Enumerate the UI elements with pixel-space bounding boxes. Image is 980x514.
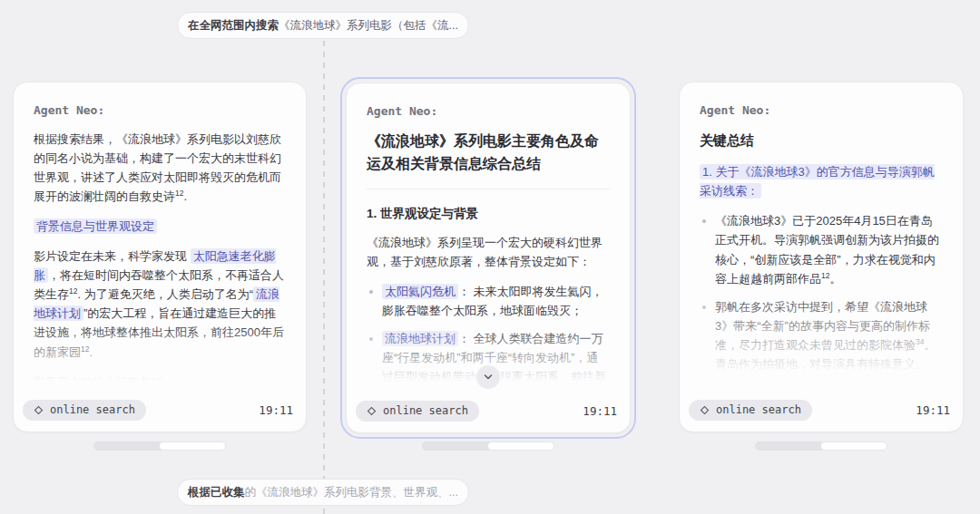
scroll-thumb[interactable] (159, 441, 226, 451)
agent-name-label: Agent Neo: (700, 101, 943, 120)
flow-connector-line (323, 41, 325, 514)
task-node-search-lead: 在全网范围内搜索 (188, 18, 279, 34)
online-search-badge[interactable]: online search (356, 401, 479, 422)
highlight-tag: 背景信息与世界观设定 (34, 217, 286, 236)
scroll-down-button[interactable] (476, 365, 500, 389)
paragraph: 《流浪地球》系列呈现一个宏大的硬科幻世界观，基于刘慈欣原著，整体背景设定如下： (367, 233, 610, 271)
diamond-icon (34, 405, 44, 415)
agent-name-label: Agent Neo: (34, 101, 286, 120)
bullet-dot (369, 337, 373, 341)
highlight-tag: 1. 关于《流浪地球3》的官方信息与导演郭帆采访线索： (700, 162, 943, 200)
card-scroll-indicator[interactable] (755, 441, 887, 451)
bullet-dot (369, 290, 373, 294)
bullet-dot (702, 305, 706, 309)
list-item: 太阳氦闪危机： 未来太阳即将发生氦闪，膨胀吞噬整个太阳系，地球面临毁灭； (367, 282, 610, 320)
timestamp: 19:11 (259, 403, 293, 417)
online-search-badge[interactable]: online search (23, 400, 146, 421)
chevron-down-icon (483, 372, 494, 383)
timestamp: 19:11 (583, 404, 617, 418)
task-node-search[interactable]: 在全网范围内搜索《流浪地球》系列电影（包括《流... (177, 12, 469, 39)
bullet-dot (702, 219, 706, 223)
agent-card-2-content: Agent Neo: 《流浪地球》系列电影主要角色及命运及相关背景信息综合总结 … (347, 83, 630, 394)
online-search-badge[interactable]: online search (689, 400, 812, 421)
card-footer: online search 19:11 (680, 393, 963, 432)
list-item: 《流浪地球3》已于2025年4月15日在青岛正式开机。导演郭帆强调创新为该片拍摄… (700, 211, 943, 287)
card-scroll-indicator[interactable] (93, 441, 226, 451)
task-node-summary-rest: 的《流浪地球》系列电影背景、世界观、... (245, 485, 458, 500)
scroll-track-segment (755, 441, 828, 451)
agent-card-1-content: Agent Neo: 根据搜索结果，《流浪地球》系列电影以刘慈欣的同名小说为基础… (14, 82, 306, 393)
card-scroll-indicator[interactable] (422, 441, 554, 451)
task-node-search-rest: 《流浪地球》系列电影（包括《流... (279, 18, 458, 34)
scroll-track-segment (93, 441, 166, 451)
scroll-thumb[interactable] (820, 441, 887, 451)
diamond-icon (700, 405, 710, 415)
timestamp: 19:11 (916, 403, 950, 417)
scroll-thumb[interactable] (487, 441, 554, 451)
agent-name-label: Agent Neo: (367, 102, 610, 121)
section-heading: 关键总结 (700, 130, 943, 151)
list-item: 郭帆在多次采访中提到，希望《流浪地球3》带来“全新”的故事内容与更高的制作标准，… (700, 297, 943, 373)
agent-card-3[interactable]: Agent Neo: 关键总结 1. 关于《流浪地球3》的官方信息与导演郭帆采访… (679, 82, 964, 432)
section-heading: 1. 世界观设定与背景 (367, 204, 610, 224)
diamond-icon (367, 406, 377, 416)
card-title: 《流浪地球》系列电影主要角色及命运及相关背景信息综合总结 (367, 131, 610, 176)
scroll-track-segment (422, 441, 495, 451)
task-node-summary[interactable]: 根据已收集的《流浪地球》系列电影背景、世界观、... (177, 479, 469, 506)
card-footer: online search 19:11 (14, 393, 306, 432)
divider (367, 189, 610, 189)
paragraph: 影片设定在未来，科学家发现 太阳急速老化膨胀，将在短时间内吞噬整个太阳系，不再适… (34, 247, 286, 361)
paragraph: 根据搜索结果，《流浪地球》系列电影以刘慈欣的同名小说为基础，构建了一个宏大的末世… (34, 130, 286, 206)
card-footer: online search 19:11 (347, 394, 630, 432)
agent-card-2[interactable]: Agent Neo: 《流浪地球》系列电影主要角色及命运及相关背景信息综合总结 … (346, 82, 631, 433)
agent-card-1[interactable]: Agent Neo: 根据搜索结果，《流浪地球》系列电影以刘慈欣的同名小说为基础… (13, 82, 307, 432)
task-node-summary-lead: 根据已收集 (188, 485, 245, 500)
agent-card-3-content: Agent Neo: 关键总结 1. 关于《流浪地球3》的官方信息与导演郭帆采访… (680, 82, 963, 393)
list-item: 郭帆也公开谈及当代青年“躺平”与“反奋斗”现象，暗示《流浪地球3》计划探讨社会矛… (700, 383, 943, 393)
paragraph: 世界观中的核心设定包括： (34, 373, 286, 392)
